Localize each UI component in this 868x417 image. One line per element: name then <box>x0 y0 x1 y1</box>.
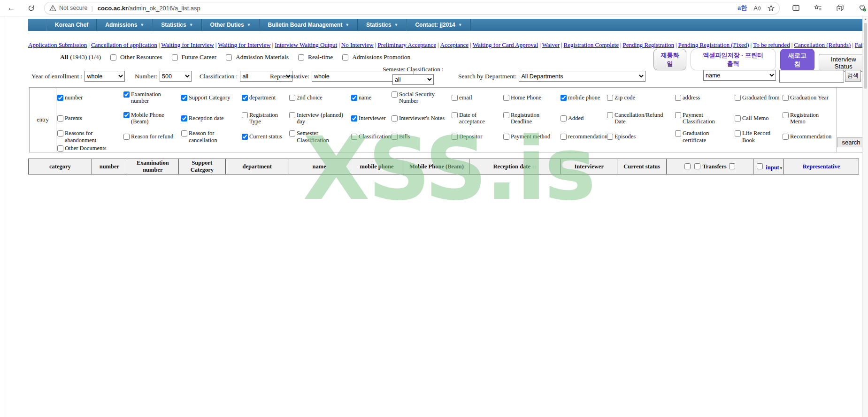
entry-option-recommendation[interactable]: recommendation <box>561 133 607 140</box>
checkbox[interactable] <box>503 95 509 101</box>
status-link-waiting-for-interview[interactable]: Waiting for Interview <box>218 41 270 48</box>
summary-checkbox-admission-materials[interactable]: Admission Materials <box>224 53 289 62</box>
status-link-no-interview[interactable]: No Interview <box>341 41 374 48</box>
entry-option-reception-date[interactable]: Reception date <box>181 115 242 121</box>
checkbox[interactable] <box>342 54 348 61</box>
checkbox[interactable] <box>57 145 63 152</box>
checkbox[interactable] <box>503 134 509 140</box>
checkbox[interactable] <box>452 134 458 140</box>
checkbox[interactable] <box>735 130 741 136</box>
entry-option-classification[interactable]: Classification <box>351 133 392 140</box>
status-link-waiver[interactable]: Waiver <box>542 41 560 48</box>
entry-search-button[interactable]: search <box>837 137 865 147</box>
checkbox[interactable] <box>561 95 567 101</box>
entry-option-social-security-number[interactable]: Social Security Number <box>392 91 452 105</box>
checkbox[interactable] <box>123 112 130 118</box>
checkbox[interactable] <box>181 95 187 101</box>
status-link-preliminary-acceptance[interactable]: Preliminary Acceptance <box>377 41 436 48</box>
entry-option-bills[interactable]: Bills <box>392 133 452 140</box>
entry-option-episodes[interactable]: Episodes <box>607 133 675 140</box>
entry-option-email[interactable]: email <box>452 94 503 101</box>
status-link-cancellation-refunds[interactable]: Cancellation (Refunds) <box>794 41 851 48</box>
scrollbar-thumb[interactable] <box>864 23 867 89</box>
status-link-acceptance[interactable]: Acceptance <box>440 41 469 48</box>
checkbox[interactable] <box>392 134 398 140</box>
status-link-registration-complete[interactable]: Registration Complete <box>564 41 619 48</box>
nav-tab-korean-chef[interactable]: Korean Chef <box>46 19 97 31</box>
checkbox[interactable] <box>181 115 187 121</box>
status-link-pending-registration[interactable]: Pending Registration <box>623 41 674 48</box>
status-link-interview-waiting-output[interactable]: Interview Waiting Output <box>275 41 337 48</box>
transfers-header-checkbox-3[interactable] <box>729 163 735 169</box>
entry-option-other-documents[interactable]: Other Documents <box>57 145 123 152</box>
summary-checkbox-future-career[interactable]: Future Career <box>170 53 217 62</box>
refresh-button[interactable] <box>24 1 38 15</box>
checkbox[interactable] <box>561 134 567 140</box>
nav-tab-contact-jj2014[interactable]: Contact: jj2014▼ <box>407 19 470 31</box>
checkbox[interactable] <box>181 130 187 136</box>
checkbox[interactable] <box>607 95 613 101</box>
header-reception-date[interactable]: Reception date↕↕ <box>469 159 561 174</box>
entry-option-call-memo[interactable]: Call Memo <box>735 115 783 121</box>
checkbox[interactable] <box>110 54 116 61</box>
checkbox[interactable] <box>735 95 741 101</box>
checkbox[interactable] <box>289 112 295 118</box>
back-button[interactable]: ← <box>5 1 18 15</box>
entry-option-payment-method[interactable]: Payment method <box>503 133 561 140</box>
summary-checkbox-real-time[interactable]: Real-time <box>296 53 333 62</box>
checkbox[interactable] <box>452 95 458 101</box>
checkbox[interactable] <box>172 54 178 61</box>
year-select[interactable]: whole <box>84 71 125 82</box>
entry-option-reason-for-refund[interactable]: Reason for refund <box>123 133 181 140</box>
checkbox[interactable] <box>351 95 357 101</box>
address-bar[interactable]: Not secure | coco.ac.kr /admin_ok_2016/a… <box>44 2 780 15</box>
entry-option-examination-number[interactable]: Examination number <box>123 91 181 105</box>
entry-option-interviewer[interactable]: Interviewer <box>351 115 392 121</box>
checkbox[interactable] <box>351 115 357 121</box>
split-screen-icon[interactable] <box>792 4 800 12</box>
entry-option-home-phone[interactable]: Home Phone <box>503 94 561 101</box>
checkbox[interactable] <box>226 54 232 61</box>
scrollbar-up-arrow[interactable]: ▲ <box>863 17 868 21</box>
favorites-bar-icon[interactable] <box>814 4 822 12</box>
search-button[interactable]: 검색 <box>845 70 861 82</box>
checkbox[interactable] <box>675 130 681 136</box>
collections-icon[interactable] <box>836 4 844 12</box>
checkbox[interactable] <box>675 112 681 118</box>
transfers-header-checkbox-1[interactable] <box>684 163 691 169</box>
entry-option-registration-type[interactable]: Registration Type <box>242 112 289 125</box>
status-link-waiting-for-interview[interactable]: Waiting for Interview <box>161 41 214 48</box>
transfers-header-checkbox-2[interactable] <box>694 163 700 169</box>
entry-option-reason-for-cancellation[interactable]: Reason for cancellation <box>181 130 242 144</box>
entry-option-payment-classification[interactable]: Payment Classification <box>675 112 735 125</box>
checkbox[interactable] <box>298 54 304 61</box>
status-link-pending-registration-fixed[interactable]: Pending Registration (Fixed) <box>678 41 749 48</box>
entry-option-registration-memo[interactable]: Registration Memo <box>783 112 836 125</box>
entry-option-depositor[interactable]: Depositor <box>452 133 503 140</box>
summary-checkbox-admissions-promotion[interactable]: Admissions Promotion <box>340 53 410 62</box>
entry-option-current-status[interactable]: Current status <box>242 133 289 140</box>
entry-option-graduated-from[interactable]: Graduated from <box>735 94 783 101</box>
entry-option-2nd-choice[interactable]: 2nd choice <box>289 94 351 101</box>
status-link-cancellation-of-application[interactable]: Cancellation of application <box>91 41 157 48</box>
entry-option-semester-classification[interactable]: Semester Classification <box>289 130 351 144</box>
checkbox[interactable] <box>242 112 248 118</box>
checkbox[interactable] <box>123 134 130 140</box>
nav-tab-other-duties[interactable]: Other Duties▼ <box>202 19 260 31</box>
browser-essentials-icon[interactable] <box>858 4 867 12</box>
status-link-to-be-refunded[interactable]: To be refunded <box>753 41 790 48</box>
checkbox[interactable] <box>735 115 741 121</box>
nav-tab-statistics[interactable]: Statistics▼ <box>358 19 407 31</box>
entry-option-mobile-phone-beam[interactable]: Mobile Phone (Beam) <box>123 112 181 125</box>
entry-option-address[interactable]: address <box>675 94 735 101</box>
semester-select[interactable]: all <box>392 74 434 85</box>
entry-option-registration-deadline[interactable]: Registration Deadline <box>503 112 561 125</box>
favorite-star-icon[interactable] <box>768 5 775 12</box>
entry-option-department[interactable]: department <box>242 94 289 101</box>
number-select[interactable]: 500 <box>160 71 192 82</box>
entry-option-recommendation[interactable]: Recommendation <box>783 133 836 140</box>
entry-option-graduation-certificate[interactable]: Graduation certificate <box>675 130 735 144</box>
input-header-checkbox[interactable] <box>757 163 763 169</box>
checkbox[interactable] <box>242 134 248 140</box>
search-field-select[interactable]: name <box>703 70 776 81</box>
